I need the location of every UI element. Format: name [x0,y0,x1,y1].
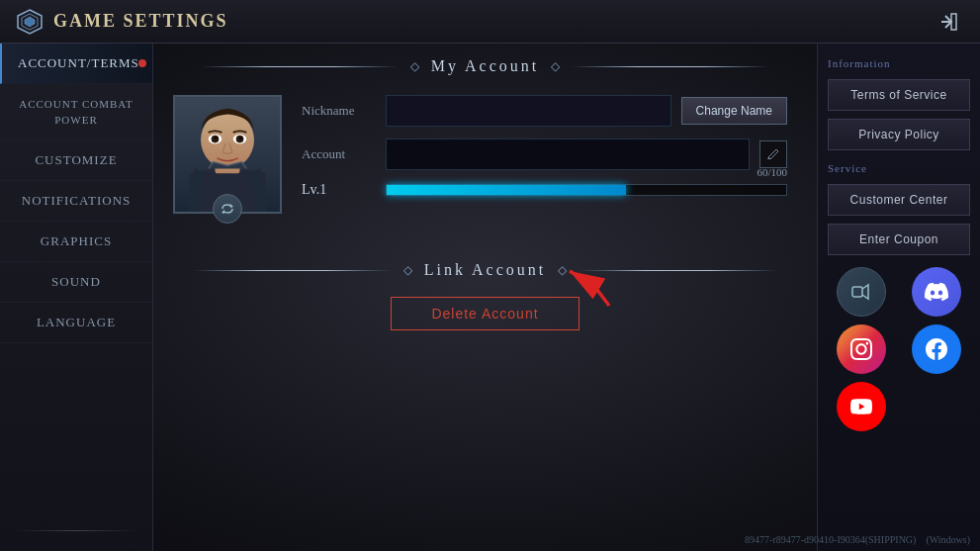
sidebar-item-language[interactable]: Language [0,303,152,343]
change-name-button[interactable]: Change Name [681,97,787,125]
sidebar-item-account-terms[interactable]: Account/Terms [0,44,152,84]
account-edit-icon[interactable] [759,140,787,168]
link-header-line-left [194,270,392,271]
xp-bar-container: 60/100 [386,184,787,196]
sidebar-item-account-combat-power[interactable]: Account Combat Power [0,84,152,140]
share-button[interactable] [837,267,886,317]
sidebar-item-graphics[interactable]: Graphics [0,222,152,262]
diamond-right-icon: ◇ [551,59,560,74]
svg-rect-18 [852,287,862,297]
right-panel: Information Terms of Service Privacy Pol… [817,44,980,551]
app-header: Game Settings [0,0,980,44]
sidebar-item-customize[interactable]: Customize [0,140,152,181]
customer-center-button[interactable]: Customer Center [828,184,970,216]
level-label: Lv.1 [302,182,376,198]
link-diamond-right-icon: ◇ [558,263,567,278]
version-text: 89477-r89477-d90410-I90364(SHIPPING) (Wi… [745,533,970,547]
sidebar-item-notifications[interactable]: Notifications [0,181,152,222]
discord-button[interactable] [912,267,961,317]
svg-point-13 [215,137,219,140]
link-account-section: ◇ Link Account ◇ Delete Account [153,253,817,340]
level-row: Lv.1 60/100 [302,182,787,198]
diamond-left-icon: ◇ [410,59,419,74]
app-title: Game Settings [53,11,228,32]
account-row: Account [302,138,787,170]
exit-button[interactable] [933,6,964,38]
enter-coupon-button[interactable]: Enter Coupon [828,224,970,255]
header-left: Game Settings [16,8,228,36]
nickname-input[interactable] [386,95,671,127]
link-account-title: Link Account [424,261,547,279]
svg-marker-16 [222,210,224,214]
service-label: Service [828,158,970,176]
nickname-label: Nickname [302,103,376,119]
game-logo-icon [16,8,44,36]
terms-of-service-button[interactable]: Terms of Service [828,79,970,111]
main-container: Account/Terms Account Combat Power Custo… [0,44,980,551]
my-account-title: My Account [431,57,540,75]
account-input[interactable] [386,138,750,170]
nickname-row: Nickname Change Name [302,95,787,127]
instagram-button[interactable] [837,324,886,374]
link-header-line-right [579,270,776,271]
youtube-button[interactable] [837,382,886,431]
delete-account-button[interactable]: Delete Account [391,297,579,330]
my-account-section-header: ◇ My Account ◇ [153,44,817,85]
sidebar-bottom-decoration [0,530,152,531]
svg-rect-3 [951,14,956,30]
link-account-header: ◇ Link Account ◇ [153,253,817,287]
sidebar-item-sound[interactable]: Sound [0,262,152,303]
svg-marker-15 [230,204,233,208]
xp-bar-fill [387,185,626,195]
link-diamond-left-icon: ◇ [403,263,412,278]
sidebar: Account/Terms Account Combat Power Custo… [0,44,153,551]
avatar-switch-button[interactable] [213,194,242,224]
account-label: Account [302,146,376,162]
xp-bar-background [386,184,787,196]
header-line-left [201,66,399,67]
social-grid [828,267,970,431]
xp-text: 60/100 [757,166,787,178]
avatar-container [173,95,282,224]
privacy-policy-button[interactable]: Privacy Policy [828,119,970,150]
information-label: Information [828,53,970,71]
svg-marker-2 [25,17,35,27]
facebook-button[interactable] [912,324,961,374]
svg-point-14 [239,137,243,140]
header-line-right [572,66,769,67]
account-section: Nickname Change Name Account [153,85,817,243]
content-area: ◇ My Account ◇ [153,44,817,551]
account-fields: Nickname Change Name Account [302,95,787,198]
